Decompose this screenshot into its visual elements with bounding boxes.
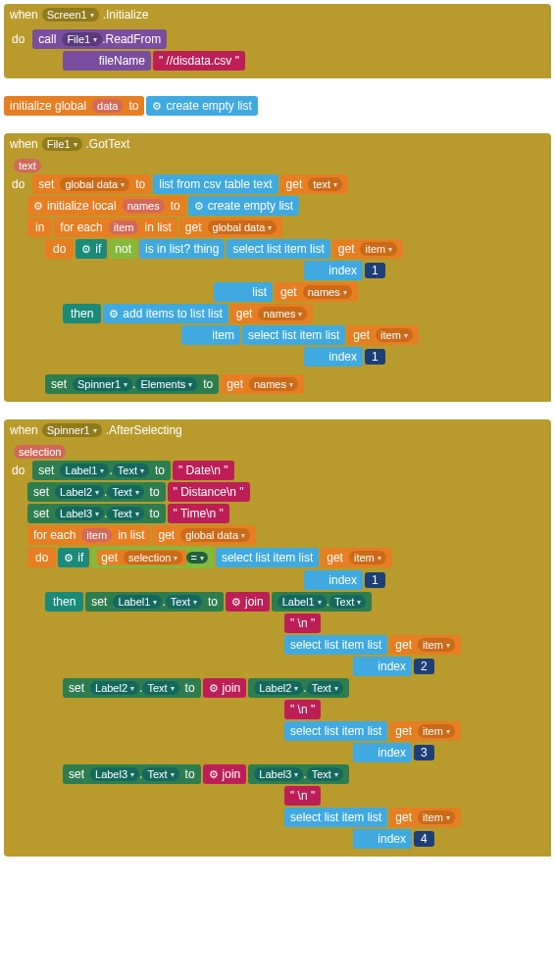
isinlist-block[interactable]: is in list? thing [139,239,225,259]
component-label3[interactable]: Label3 [55,507,104,520]
event-header[interactable]: when File1 .GotText [4,133,551,155]
foreach-block[interactable]: for each item in list [54,218,177,237]
get-block[interactable]: get names [230,304,314,323]
var-item[interactable]: item [360,242,397,256]
get-block[interactable]: get text [280,174,348,194]
component-label2[interactable]: Label2 [90,681,139,695]
var-names[interactable]: names [303,285,352,299]
var-global-data[interactable]: global data [180,528,250,542]
var-global-data[interactable]: global data [208,220,278,234]
var-item[interactable]: item [418,810,455,824]
component-screen1[interactable]: Screen1 [42,8,99,22]
select-list-item-block[interactable]: select list item list [284,721,387,741]
join-block[interactable]: join [203,764,247,784]
var-text[interactable]: text [308,177,342,191]
var-item[interactable]: item [349,551,386,564]
add-items-block[interactable]: add items to list list [103,304,227,323]
var-names[interactable]: names [258,307,307,320]
index-1[interactable]: 1 [365,349,385,365]
join-block[interactable]: join [226,592,270,612]
prop-text[interactable]: Text [113,464,149,477]
get-block[interactable]: get item [389,635,460,655]
get-block[interactable]: get global data [152,525,256,545]
component-label3[interactable]: Label3 [254,767,303,781]
set-label3-text[interactable]: set Label3 . Text to [63,764,201,784]
get-label3-text[interactable]: Label3 . Text [248,764,349,784]
select-list-item-block[interactable]: select list item list [284,635,387,655]
init-global-block[interactable]: initialize global data to [4,96,144,116]
join-block[interactable]: join [203,678,247,698]
call-block[interactable]: call File1 .ReadFrom [32,29,167,49]
index-3[interactable]: 3 [414,745,434,760]
equals-op[interactable]: = [186,552,207,564]
select-list-item-block[interactable]: select list item list [216,548,319,567]
set-label2-text[interactable]: set Label2 . Text to [63,678,201,698]
string-nl[interactable]: " \n " [284,700,321,719]
get-block[interactable]: get item [389,808,460,827]
prop-elements[interactable]: Elements [135,377,197,391]
list-from-csv[interactable]: list from csv table text [153,174,278,194]
get-label1-text[interactable]: Label1 . Text [272,592,373,612]
index-1[interactable]: 1 [365,263,385,278]
var-item[interactable]: item [418,724,455,738]
component-label3[interactable]: Label3 [90,767,139,781]
index-1[interactable]: 1 [365,572,385,588]
if-block[interactable]: if [58,548,89,567]
set-label3-text[interactable]: set Label3 . Text to [27,504,166,523]
prop-text[interactable]: Text [142,681,178,695]
prop-text[interactable]: Text [142,767,178,781]
component-label2[interactable]: Label2 [55,485,104,499]
get-block[interactable]: get names [221,374,304,394]
component-spinner1[interactable]: Spinner1 [73,377,132,391]
filename-value[interactable]: " //disdata.csv " [153,51,245,71]
component-label1[interactable]: Label1 [60,464,109,477]
prop-text[interactable]: Text [107,485,143,499]
component-spinner1[interactable]: Spinner1 [42,423,102,437]
index-4[interactable]: 4 [414,831,434,847]
get-block[interactable]: get global data [179,218,283,237]
set-label1-text[interactable]: set Label1 . Text to [85,592,224,612]
equals-container[interactable]: get selection = [91,547,214,568]
get-block[interactable]: get item [389,721,460,741]
component-label1[interactable]: Label1 [113,595,162,609]
string-nl[interactable]: " \n " [284,613,321,633]
var-global-data[interactable]: global data [60,177,129,191]
index-2[interactable]: 2 [414,659,434,674]
create-empty-list[interactable]: create empty list [188,196,299,216]
foreach-block[interactable]: for each item in list [27,525,150,545]
set-label2-text[interactable]: set Label2 . Text to [27,482,166,502]
var-selection[interactable]: selection [124,551,182,564]
set-block[interactable]: set global data to [32,174,151,194]
prop-text[interactable]: Text [107,507,143,520]
get-selection[interactable]: get selection [97,550,186,565]
var-names[interactable]: names [249,377,298,391]
prop-text[interactable]: Text [307,767,343,781]
prop-text[interactable]: Text [307,681,343,695]
get-block[interactable]: get item [332,239,403,259]
if-block[interactable]: if [76,239,107,259]
component-label2[interactable]: Label2 [254,681,303,695]
get-block[interactable]: get item [347,325,418,345]
init-local-block[interactable]: initialize local names to [27,196,186,216]
set-label1-text[interactable]: set Label1 . Text to [32,461,171,480]
var-item[interactable]: item [418,638,455,652]
string-date[interactable]: " Date\n " [173,461,234,480]
string-distance[interactable]: " Distance\n " [168,482,250,502]
component-file1[interactable]: File1 [42,137,82,151]
get-label2-text[interactable]: Label2 . Text [248,678,349,698]
select-list-item-block[interactable]: select list item list [242,325,345,345]
prop-text[interactable]: Text [329,595,366,609]
component-label1[interactable]: Label1 [278,595,327,609]
prop-text[interactable]: Text [166,595,202,609]
event-header[interactable]: when Spinner1 .AfterSelecting [4,419,551,441]
event-header[interactable]: when Screen1 .Initialize [4,4,551,25]
global-data-init[interactable]: initialize global data to create empty l… [4,96,551,116]
not-block[interactable]: not [109,239,137,259]
get-block[interactable]: get names [275,282,358,302]
string-nl[interactable]: " \n " [284,786,321,806]
create-empty-list[interactable]: create empty list [146,96,257,116]
string-time[interactable]: " Time\n " [168,504,229,523]
set-property-block[interactable]: set Spinner1 . Elements to [45,374,219,394]
component-file1[interactable]: File1 [62,32,102,46]
get-block[interactable]: get item [321,548,391,567]
